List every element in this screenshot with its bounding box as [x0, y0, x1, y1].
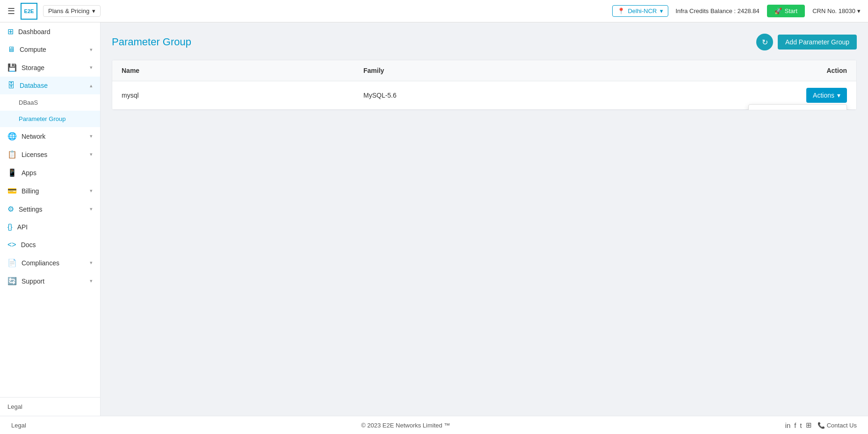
twitter-icon[interactable]: t	[800, 421, 802, 429]
logo: E2E	[21, 3, 37, 20]
page-title: Parameter Group	[112, 36, 191, 48]
column-header-family: Family	[363, 67, 605, 74]
plans-pricing-label: Plans & Pricing	[48, 7, 89, 14]
row-family: MySQL-5.6	[363, 92, 605, 99]
sidebar-item-compliances[interactable]: 📄 Compliances ▾	[0, 254, 100, 272]
sidebar-item-label: Dashboard	[18, 28, 51, 36]
facebook-icon[interactable]: f	[794, 421, 796, 429]
hamburger-menu-icon[interactable]: ☰	[7, 6, 15, 16]
sidebar-item-label: DBaaS	[19, 99, 38, 106]
footer-legal[interactable]: Legal	[11, 422, 26, 429]
actions-dropdown-button[interactable]: Actions ▾	[806, 88, 847, 103]
linkedin-icon[interactable]: in	[785, 421, 791, 429]
rocket-icon: 🚀	[774, 7, 782, 14]
column-header-action: Action	[605, 67, 847, 74]
sidebar-item-docs[interactable]: <> Docs	[0, 236, 100, 254]
sidebar-item-support[interactable]: 🔄 Support ▾	[0, 272, 100, 290]
footer-copyright: © 2023 E2E Networks Limited ™	[361, 422, 450, 429]
sidebar-item-label: Support	[22, 277, 44, 285]
docs-icon: <>	[7, 241, 16, 249]
main-content: Parameter Group ↻ Add Parameter Group Na…	[101, 22, 868, 416]
top-navigation: ☰ E2E Plans & Pricing ▾ 📍 Delhi-NCR ▾ In…	[0, 0, 868, 22]
sidebar-item-label: Docs	[21, 241, 36, 249]
rss-icon[interactable]: ⊞	[806, 421, 812, 429]
page-footer: Legal © 2023 E2E Networks Limited ™ in f…	[0, 416, 868, 434]
sidebar-footer-legal[interactable]: Legal	[0, 397, 100, 416]
region-chevron-icon: ▾	[660, 7, 663, 14]
table-row: mysql MySQL-5.6 Actions ▾ ✎ Edit Paramet…	[112, 81, 856, 110]
sidebar-item-label: Database	[20, 82, 48, 89]
sidebar-item-api[interactable]: {} API	[0, 218, 100, 236]
actions-dropdown-container: Actions ▾ ✎ Edit Parameter Group ↻ Sync …	[605, 88, 847, 103]
chevron-down-icon: ▾	[90, 151, 93, 157]
sidebar-item-dbaas[interactable]: DBaaS	[0, 94, 100, 111]
actions-chevron-icon: ▾	[837, 92, 840, 99]
sidebar-item-apps[interactable]: 📱 Apps	[0, 164, 100, 182]
parameter-group-table: Name Family Action mysql MySQL-5.6 Actio…	[112, 60, 857, 110]
start-button[interactable]: 🚀 Start	[767, 5, 805, 17]
social-links: in f t ⊞	[785, 421, 812, 429]
settings-icon: ⚙	[7, 205, 14, 213]
api-icon: {}	[7, 223, 13, 231]
billing-icon: 💳	[7, 186, 17, 195]
sidebar-item-label: Parameter Group	[19, 115, 65, 122]
row-name: mysql	[122, 92, 363, 99]
infra-credits-display: Infra Credits Balance : 2428.84	[676, 7, 760, 14]
sidebar-item-label: Licenses	[22, 151, 47, 158]
sidebar-item-settings[interactable]: ⚙ Settings ▾	[0, 200, 100, 218]
edit-icon: ✎	[756, 109, 762, 110]
chevron-down-icon: ▾	[90, 206, 93, 212]
dropdown-item-edit[interactable]: ✎ Edit Parameter Group	[749, 105, 846, 110]
licenses-icon: 📋	[7, 150, 17, 159]
dashboard-icon: ⊞	[7, 27, 14, 36]
region-selector[interactable]: 📍 Delhi-NCR ▾	[612, 5, 668, 17]
location-pin-icon: 📍	[617, 7, 625, 14]
chevron-down-icon: ▾	[90, 260, 93, 266]
support-icon: 🔄	[7, 277, 17, 285]
chevron-down-icon: ▾	[90, 47, 93, 53]
sidebar-item-licenses[interactable]: 📋 Licenses ▾	[0, 145, 100, 164]
footer-right: in f t ⊞ 📞 Contact Us	[785, 421, 857, 429]
sidebar-item-label: Storage	[22, 64, 44, 71]
plans-pricing-chevron-icon: ▾	[92, 7, 95, 14]
sidebar-item-database[interactable]: 🗄 Database ▴	[0, 77, 100, 94]
sidebar-item-label: Billing	[22, 187, 39, 195]
sidebar: ⊞ Dashboard 🖥 Compute ▾ 💾 Storage ▾ 🗄 Da…	[0, 22, 101, 416]
crn-display[interactable]: CRN No. 18030 ▾	[812, 7, 861, 14]
sidebar-item-billing[interactable]: 💳 Billing ▾	[0, 182, 100, 200]
contact-us-link[interactable]: 📞 Contact Us	[817, 422, 857, 429]
table-header: Name Family Action	[112, 60, 856, 81]
sidebar-item-label: Settings	[19, 206, 43, 213]
row-action: Actions ▾ ✎ Edit Parameter Group ↻ Sync …	[605, 88, 847, 103]
sidebar-item-dashboard[interactable]: ⊞ Dashboard	[0, 22, 100, 41]
phone-icon: 📞	[817, 422, 825, 429]
chevron-up-icon: ▴	[90, 83, 93, 89]
chevron-down-icon: ▾	[90, 64, 93, 71]
chevron-down-icon: ▾	[90, 278, 93, 284]
sidebar-item-label: API	[17, 223, 28, 231]
chevron-down-icon: ▾	[90, 188, 93, 194]
sidebar-item-storage[interactable]: 💾 Storage ▾	[0, 58, 100, 77]
sidebar-item-compute[interactable]: 🖥 Compute ▾	[0, 41, 100, 58]
sidebar-item-label: Apps	[22, 169, 36, 177]
sidebar-item-label: Compliances	[22, 259, 59, 267]
header-actions: ↻ Add Parameter Group	[756, 34, 857, 50]
page-header: Parameter Group ↻ Add Parameter Group	[112, 34, 857, 50]
chevron-down-icon: ▾	[90, 133, 93, 139]
storage-icon: 💾	[7, 63, 17, 72]
compliances-icon: 📄	[7, 258, 17, 267]
actions-label: Actions	[813, 92, 834, 99]
sidebar-item-network[interactable]: 🌐 Network ▾	[0, 127, 100, 145]
database-icon: 🗄	[7, 81, 15, 90]
dropdown-item-label: Edit Parameter Group	[767, 109, 830, 110]
actions-dropdown-menu: ✎ Edit Parameter Group ↻ Sync All 🗑 Dele…	[748, 104, 847, 110]
region-label: Delhi-NCR	[628, 7, 657, 14]
sidebar-item-parameter-group[interactable]: Parameter Group	[0, 111, 100, 127]
refresh-button[interactable]: ↻	[756, 34, 773, 50]
plans-pricing-button[interactable]: Plans & Pricing ▾	[43, 5, 101, 17]
refresh-icon: ↻	[762, 38, 768, 47]
apps-icon: 📱	[7, 168, 17, 177]
add-parameter-group-button[interactable]: Add Parameter Group	[778, 35, 857, 50]
sidebar-item-label: Compute	[20, 46, 46, 53]
column-header-name: Name	[122, 67, 363, 74]
